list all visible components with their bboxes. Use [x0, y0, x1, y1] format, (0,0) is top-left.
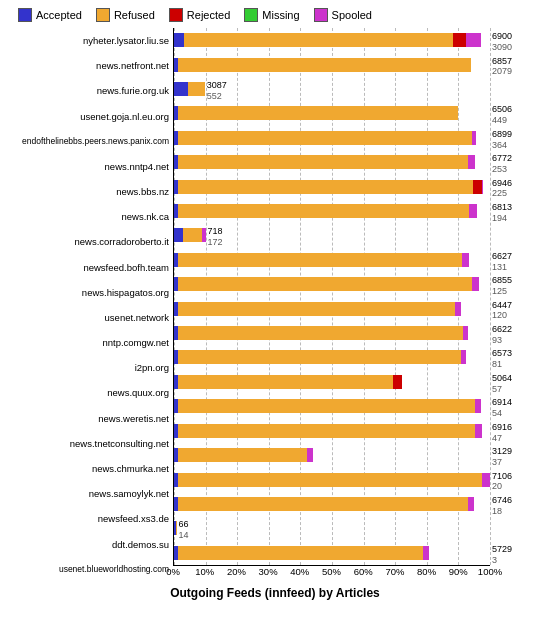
- legend-item-missing: Missing: [244, 8, 299, 22]
- x-axis-tick: 10%: [195, 566, 214, 577]
- x-axis-tick: 30%: [259, 566, 278, 577]
- bar-segment: [468, 497, 474, 511]
- bar-segment: [178, 375, 393, 389]
- legend-label: Refused: [114, 9, 155, 21]
- chart-title: Outgoing Feeds (innfeed) by Articles: [8, 586, 542, 600]
- bar-value-label: 674618: [492, 495, 542, 517]
- bar-value-label: 662293: [492, 324, 542, 346]
- y-axis-label: news.netfront.net: [8, 56, 169, 76]
- y-axis-label: news.quux.org: [8, 383, 169, 403]
- bar-value-label: 6506449: [492, 104, 542, 126]
- legend-item-refused: Refused: [96, 8, 155, 22]
- bar-segment: [178, 399, 475, 413]
- bar-segment: [475, 399, 482, 413]
- bar-segment: [469, 204, 477, 218]
- y-labels: nyheter.lysator.liu.senews.netfront.netn…: [8, 28, 173, 582]
- bar-value-label: 57293: [492, 544, 542, 566]
- bar-row: 6447120: [174, 300, 490, 318]
- bar-segment: [178, 253, 462, 267]
- bar-row: 6506449: [174, 104, 490, 122]
- legend-item-accepted: Accepted: [18, 8, 82, 22]
- legend-label: Rejected: [187, 9, 230, 21]
- legend-label: Accepted: [36, 9, 82, 21]
- bar-row: 691647: [174, 422, 490, 440]
- bar-segment: [472, 131, 476, 145]
- y-axis-label: news.bbs.nz: [8, 182, 169, 202]
- bar-row: 312937: [174, 446, 490, 464]
- bar-segment: [183, 228, 202, 242]
- legend-color: [314, 8, 328, 22]
- x-axis-tick: 20%: [227, 566, 246, 577]
- bar-value-label: 312937: [492, 446, 542, 468]
- bar-segment: [174, 33, 184, 47]
- bar-segment: [466, 33, 481, 47]
- y-axis-label: news.chmurka.net: [8, 459, 169, 479]
- bar-segment: [178, 350, 461, 364]
- bar-row: 674618: [174, 495, 490, 513]
- bar-segment: [463, 326, 469, 340]
- bar-value-label: 6772253: [492, 153, 542, 175]
- bar-segment: [178, 473, 482, 487]
- x-axis-tick: 60%: [354, 566, 373, 577]
- y-axis-label: news.weretis.net: [8, 408, 169, 428]
- bar-segment: [393, 375, 402, 389]
- y-axis-label: nyheter.lysator.liu.se: [8, 31, 169, 51]
- bar-segment: [178, 326, 463, 340]
- y-axis-label: usenet.network: [8, 307, 169, 327]
- y-axis-label: news.corradoroberto.it: [8, 232, 169, 252]
- bar-value-label: 506457: [492, 373, 542, 395]
- bar-segment: [174, 82, 188, 96]
- bar-segment: [174, 228, 183, 242]
- bar-row: 6627131: [174, 251, 490, 269]
- bar-row: 6899364: [174, 129, 490, 147]
- bars-area: 6900309068572079308755230875526506449689…: [173, 28, 490, 566]
- x-axis-tick: 40%: [290, 566, 309, 577]
- bar-row: 710620: [174, 471, 490, 489]
- y-axis-label: newsfeed.xs3.de: [8, 509, 169, 529]
- legend-label: Spooled: [332, 9, 372, 21]
- bar-row: 68572079: [174, 56, 490, 74]
- bar-segment: [461, 350, 466, 364]
- bar-value-label: 6899364: [492, 129, 542, 151]
- y-axis-label: usenet.goja.nl.eu.org: [8, 106, 169, 126]
- bar-segment: [462, 253, 469, 267]
- bar-segment: [184, 33, 453, 47]
- bar-segment: [178, 424, 475, 438]
- bar-segment: [178, 58, 471, 72]
- legend-item-spooled: Spooled: [314, 8, 372, 22]
- bar-row: 6946225: [174, 178, 490, 196]
- y-axis-label: news.furie.org.uk: [8, 81, 169, 101]
- bar-segment: [475, 424, 481, 438]
- bar-row: 6855125: [174, 275, 490, 293]
- bar-value-label: 6813194: [492, 202, 542, 224]
- bar-value-label: 657381: [492, 348, 542, 370]
- x-axis-tick: 0%: [166, 566, 180, 577]
- bar-row: 30875523087552: [174, 80, 490, 98]
- bar-row: 691454: [174, 397, 490, 415]
- bar-segment: [482, 473, 490, 487]
- y-axis-label: news.nntp4.net: [8, 156, 169, 176]
- bar-segment: [178, 204, 469, 218]
- bar-segment: [178, 155, 468, 169]
- bar-segment: [423, 546, 429, 560]
- bar-segment: [482, 180, 483, 194]
- x-axis-tick: 100%: [478, 566, 502, 577]
- bar-value-label: 6946225: [492, 178, 542, 200]
- bar-value-label: 710620: [492, 471, 542, 493]
- bar-row: 718172718172: [174, 226, 490, 244]
- y-axis-label: nntp.comgw.net: [8, 333, 169, 353]
- y-axis-label: i2pn.org: [8, 358, 169, 378]
- y-axis-label: news.tnetconsulting.net: [8, 433, 169, 453]
- bar-segment: [178, 131, 472, 145]
- bar-value-label: 691647: [492, 422, 542, 444]
- y-axis-label: newsfeed.bofh.team: [8, 257, 169, 277]
- x-axis-tick: 70%: [385, 566, 404, 577]
- bar-segment: [188, 82, 205, 96]
- bar-value-label: 6627131: [492, 251, 542, 273]
- bar-row: 662293: [174, 324, 490, 342]
- legend-item-rejected: Rejected: [169, 8, 230, 22]
- bar-value-label: 691454: [492, 397, 542, 419]
- bar-inner-label: 6614: [179, 519, 189, 541]
- bar-row: 6813194: [174, 202, 490, 220]
- y-axis-label: news.samoylyk.net: [8, 484, 169, 504]
